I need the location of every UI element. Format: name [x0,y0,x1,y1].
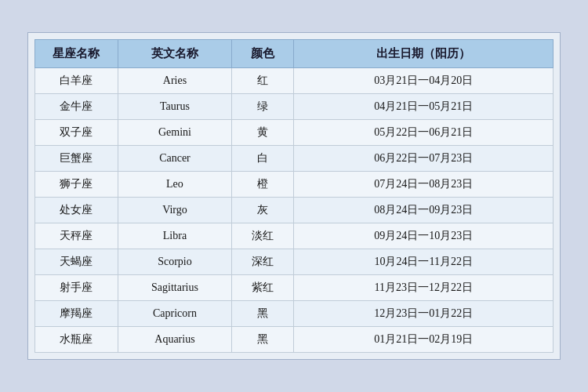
cell-color: 白 [232,146,294,172]
table-row: 天秤座Libra淡红09月24日一10月23日 [35,223,554,249]
table-row: 白羊座Aries红03月21日一04月20日 [35,68,554,94]
table-row: 金牛座Taurus绿04月21日一05月21日 [35,94,554,120]
cell-color: 深红 [232,249,294,275]
cell-en-name: Leo [118,172,231,198]
header-color: 颜色 [232,40,294,68]
cell-date: 09月24日一10月23日 [294,223,554,249]
table-row: 处女座Virgo灰08月24日一09月23日 [35,198,554,223]
cell-date: 05月22日一06月21日 [294,120,554,146]
cell-en-name: Scorpio [118,249,231,275]
cell-color: 黑 [232,301,294,327]
cell-date: 08月24日一09月23日 [294,198,554,223]
cell-date: 01月21日一02月19日 [294,327,554,353]
cell-color: 紫红 [232,275,294,301]
table-header-row: 星座名称 英文名称 颜色 出生日期（阳历） [35,40,554,68]
table-row: 巨蟹座Cancer白06月22日一07月23日 [35,146,554,172]
cell-color: 淡红 [232,223,294,249]
cell-zh-name: 金牛座 [35,94,118,120]
cell-en-name: Aries [118,68,231,94]
cell-color: 黑 [232,327,294,353]
cell-color: 灰 [232,198,294,223]
cell-en-name: Gemini [118,120,231,146]
cell-en-name: Libra [118,223,231,249]
cell-color: 绿 [232,94,294,120]
cell-en-name: Virgo [118,198,231,223]
cell-zh-name: 白羊座 [35,68,118,94]
cell-en-name: Cancer [118,146,231,172]
cell-date: 12月23日一01月22日 [294,301,554,327]
cell-zh-name: 射手座 [35,275,118,301]
cell-date: 10月24日一11月22日 [294,249,554,275]
cell-en-name: Taurus [118,94,231,120]
header-date: 出生日期（阳历） [294,40,554,68]
cell-zh-name: 摩羯座 [35,301,118,327]
cell-color: 橙 [232,172,294,198]
cell-zh-name: 水瓶座 [35,327,118,353]
table-row: 摩羯座Capricorn黑12月23日一01月22日 [35,301,554,327]
cell-color: 红 [232,68,294,94]
cell-date: 06月22日一07月23日 [294,146,554,172]
cell-en-name: Aquarius [118,327,231,353]
cell-color: 黄 [232,120,294,146]
cell-zh-name: 天秤座 [35,223,118,249]
cell-en-name: Capricorn [118,301,231,327]
cell-zh-name: 天蝎座 [35,249,118,275]
table-row: 双子座Gemini黄05月22日一06月21日 [35,120,554,146]
cell-date: 03月21日一04月20日 [294,68,554,94]
cell-date: 07月24日一08月23日 [294,172,554,198]
zodiac-table: 星座名称 英文名称 颜色 出生日期（阳历） 白羊座Aries红03月21日一04… [34,39,554,353]
cell-zh-name: 双子座 [35,120,118,146]
table-row: 天蝎座Scorpio深红10月24日一11月22日 [35,249,554,275]
cell-date: 11月23日一12月22日 [294,275,554,301]
table-body: 白羊座Aries红03月21日一04月20日金牛座Taurus绿04月21日一0… [35,68,554,353]
cell-zh-name: 巨蟹座 [35,146,118,172]
table-row: 射手座Sagittarius紫红11月23日一12月22日 [35,275,554,301]
header-en-name: 英文名称 [118,40,231,68]
cell-zh-name: 狮子座 [35,172,118,198]
cell-zh-name: 处女座 [35,198,118,223]
table-row: 狮子座Leo橙07月24日一08月23日 [35,172,554,198]
cell-date: 04月21日一05月21日 [294,94,554,120]
table-row: 水瓶座Aquarius黑01月21日一02月19日 [35,327,554,353]
header-zh-name: 星座名称 [35,40,118,68]
cell-en-name: Sagittarius [118,275,231,301]
zodiac-table-container: 星座名称 英文名称 颜色 出生日期（阳历） 白羊座Aries红03月21日一04… [27,32,561,360]
